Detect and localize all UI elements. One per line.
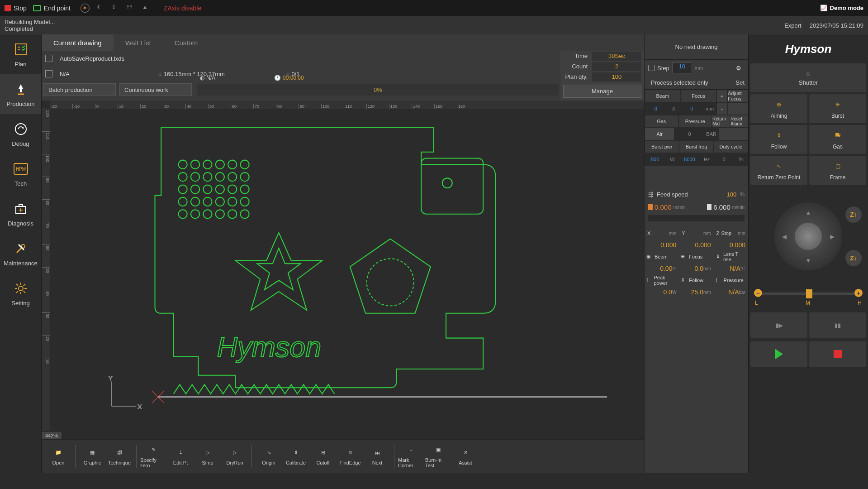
nav-tech[interactable]: HPM Tech (0, 154, 41, 194)
svg-line-24 (24, 284, 25, 286)
tool-icon-3[interactable]: ⇪ (111, 4, 120, 13)
burnin-button[interactable]: ▣Burn-In Test (425, 443, 451, 470)
aiming-button[interactable]: ⊕Aiming (750, 94, 807, 123)
slider-minus-button[interactable]: − (754, 289, 762, 297)
feed-value: 100 (727, 191, 737, 198)
demo-mode[interactable]: 📈 Demo mode (820, 5, 863, 11)
reset-alarm-button[interactable]: Reset Alarm (730, 115, 748, 128)
tab-wait[interactable]: Wait List (114, 34, 163, 51)
slider-thumb[interactable] (806, 289, 812, 298)
minus-button[interactable]: - (716, 102, 727, 115)
specify-zero-button[interactable]: ✎Specify zero (140, 443, 166, 470)
gear-icon[interactable]: ⚙ (733, 62, 745, 74)
tool-icon-1[interactable]: ✶ (81, 4, 90, 13)
drawing-canvas[interactable]: Hymson X Y (50, 109, 644, 431)
next-drawing: No next drawing (645, 34, 748, 60)
jog-up[interactable]: ▲ (804, 208, 813, 217)
slider-plus-button[interactable]: + (854, 289, 863, 297)
nav-plan[interactable]: Plan (0, 34, 41, 74)
play-step-button[interactable]: ▮▶ (750, 312, 807, 338)
maintenance-icon (13, 241, 28, 256)
beam-unit: X (667, 102, 681, 115)
white-indicator (707, 204, 711, 210)
editpt-button[interactable]: ⇣Edit Pt (167, 443, 194, 470)
nav-production[interactable]: Production (0, 74, 41, 114)
tabs: Current drawing Wait List Custom (42, 34, 644, 51)
retmid-button[interactable]: Return Mid (712, 115, 730, 128)
svg-point-41 (228, 185, 237, 193)
graphic-button[interactable]: ▦Graphic (79, 443, 105, 470)
adjfocus-button[interactable]: Adjust Focus (727, 90, 748, 102)
next-button[interactable]: ⏭Next (364, 443, 390, 470)
tool-icon-2[interactable]: ✳ (96, 4, 105, 13)
air-select[interactable]: Air (645, 128, 674, 140)
run-button[interactable] (750, 341, 807, 367)
burstpwr-input[interactable]: 500 (645, 153, 665, 166)
jog-down[interactable]: ▼ (804, 256, 813, 265)
tab-custom[interactable]: Custom (163, 34, 210, 51)
set-label: Set (735, 79, 745, 86)
step-unit: mm (695, 65, 703, 71)
findedge-button[interactable]: ⧈FindEdge (337, 443, 363, 470)
burstfreq-input[interactable]: 5000 (679, 153, 700, 166)
ilens-v: N/A (730, 265, 740, 272)
plus-button[interactable]: + (716, 90, 727, 102)
simu-button[interactable]: ▷Simu (194, 443, 221, 470)
mark-corner-button[interactable]: ⌐Mark Corner (398, 443, 424, 470)
tool-icon-4[interactable]: ⫯⫯ (127, 4, 136, 13)
nav-diagnosis[interactable]: Diagnosis (0, 194, 41, 234)
focus-input[interactable]: 0 (681, 102, 703, 115)
z-down-button[interactable]: Z↓ (845, 250, 862, 266)
follow-button[interactable]: ⇕Follow (750, 125, 807, 154)
demo-label: Demo mode (830, 5, 863, 11)
svg-point-31 (179, 173, 187, 181)
jog-right[interactable]: ▶ (828, 232, 837, 241)
rzp-button[interactable]: ↖Return Zero Point (750, 156, 807, 185)
nav-debug[interactable]: Debug (0, 114, 41, 154)
nav-setting-label: Setting (11, 300, 29, 307)
pressure-input[interactable]: 0 (674, 128, 704, 140)
stop-run-button[interactable] (809, 341, 866, 367)
technique-button[interactable]: 🗐Technique (106, 443, 133, 470)
nav-maintenance[interactable]: Maintenance (0, 234, 41, 273)
manage-button[interactable]: Manage (563, 85, 641, 98)
step-input[interactable]: 10 (672, 62, 692, 73)
beam-input[interactable]: 0 (645, 102, 667, 115)
frame-label: Frame (830, 174, 846, 181)
feed-section: ⇶ Feed speed 100 % 0.000m/min 6.000m/min (645, 184, 748, 227)
tab-current[interactable]: Current drawing (42, 34, 114, 51)
ruler-vertical: 120110100908070605040302010 (42, 109, 50, 431)
speed-slider-panel: − + L M H (750, 283, 866, 311)
gas-button[interactable]: ⛟Gas (809, 125, 866, 154)
endpoint-button[interactable]: End point (33, 5, 71, 12)
origin-button[interactable]: ↘Origin (256, 443, 282, 470)
open-button[interactable]: 📁Open (45, 443, 71, 470)
y-unit: mm (703, 231, 711, 236)
dryrun-button[interactable]: ▷DryRun (222, 443, 248, 470)
status-msg-1: Rebuilding Model... (5, 19, 55, 25)
svg-point-34 (216, 173, 224, 181)
duty-input[interactable]: 0 (714, 153, 735, 166)
svg-point-48 (240, 197, 249, 206)
burst-button[interactable]: ✳Burst (809, 94, 866, 123)
nav-setting[interactable]: Setting (0, 273, 41, 313)
shutter-button[interactable]: ⦸ Shutter (750, 63, 866, 92)
feed-slider[interactable] (648, 215, 745, 221)
assist-button[interactable]: ✕Assist (452, 443, 479, 470)
burnin-icon: ▣ (433, 445, 444, 455)
jog-center[interactable] (795, 223, 822, 250)
technique-label: Technique (108, 460, 131, 465)
z-up-button[interactable]: Z↑ (845, 206, 862, 223)
frame-button[interactable]: ▢Frame (809, 156, 866, 185)
stop-button[interactable]: Stop (5, 5, 27, 12)
jog-left[interactable]: ◀ (780, 232, 789, 241)
tool-icon-5[interactable]: ▲ (142, 4, 151, 13)
step-checkbox[interactable] (648, 65, 655, 71)
continuous-select[interactable]: Continuous work (119, 83, 192, 96)
cutoff-button[interactable]: ⊟Cutoff (310, 443, 336, 470)
calibrate-button[interactable]: ⇕Calibrate (283, 443, 309, 470)
pause-button[interactable]: ▮▮ (809, 312, 866, 338)
focus-unit: mm (703, 102, 716, 115)
batch-select[interactable]: Batch production (43, 83, 116, 96)
speed-slider[interactable]: − + (755, 292, 862, 295)
